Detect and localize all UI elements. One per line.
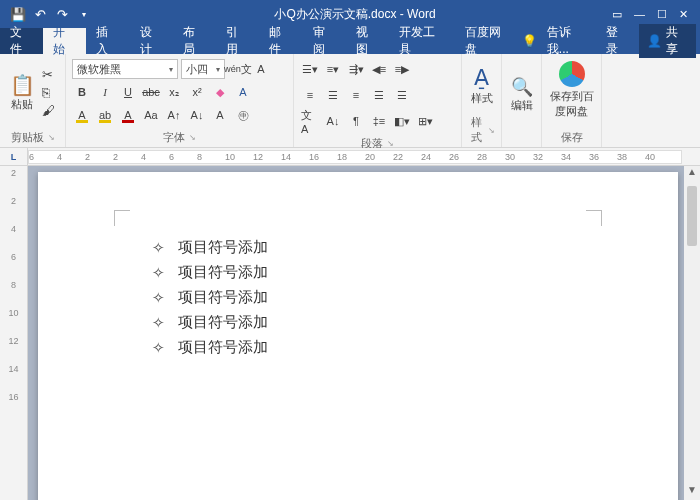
group-label-save: 保存 (561, 130, 583, 145)
bullet-list-item[interactable]: ✧项目符号添加 (138, 338, 598, 357)
bullet-icon: ✧ (138, 314, 178, 332)
tab-layout[interactable]: 布局 (173, 28, 216, 54)
minimize-icon[interactable]: — (634, 8, 645, 21)
save-baidu-button[interactable]: 保存到百度网盘 (548, 57, 595, 128)
grow-font-button[interactable]: A↑ (164, 105, 184, 125)
multilevel-button[interactable]: ⇶▾ (346, 59, 366, 79)
document-page[interactable]: ✧项目符号添加✧项目符号添加✧项目符号添加✧项目符号添加✧项目符号添加 (38, 172, 678, 500)
char-shading-button[interactable]: A (210, 105, 230, 125)
scroll-down-icon[interactable]: ▼ (687, 484, 697, 500)
text-highlight-button[interactable]: ab (95, 105, 115, 125)
group-label-editing (508, 131, 535, 147)
dialog-launcher-icon[interactable]: ↘ (189, 133, 196, 142)
bullet-list-item[interactable]: ✧项目符号添加 (138, 313, 598, 332)
tab-developer[interactable]: 开发工具 (389, 28, 455, 54)
tell-me-icon: 💡 (522, 34, 537, 48)
tab-mailings[interactable]: 邮件 (259, 28, 302, 54)
editing-button[interactable]: 🔍 编辑 (508, 57, 535, 131)
bullet-list-item[interactable]: ✧项目符号添加 (138, 238, 598, 257)
italic-button[interactable]: I (95, 82, 115, 102)
bullet-icon: ✧ (138, 264, 178, 282)
group-paragraph: ☰▾ ≡▾ ⇶▾ ◀≡ ≡▶ ≡ ☰ ≡ ☰ ☰ 文A A↓ ¶ ‡≡ ◧▾ ⊞… (294, 54, 462, 147)
format-painter-icon[interactable]: 🖌 (42, 103, 55, 118)
undo-icon[interactable]: ↶ (32, 6, 48, 22)
scroll-thumb[interactable] (687, 186, 697, 246)
char-border-icon[interactable]: A (251, 59, 271, 79)
group-font: 微软雅黑▾ 小四▾ wén文 A B I U abc x₂ x² ◆ A A a… (66, 54, 294, 147)
baidu-icon (559, 61, 585, 87)
vertical-ruler[interactable]: 2246810121416 (0, 166, 28, 500)
paste-button[interactable]: 📋 粘贴 (6, 57, 38, 128)
strike-button[interactable]: abc (141, 82, 161, 102)
group-save: 保存到百度网盘 保存 (542, 54, 602, 147)
decrease-indent-button[interactable]: ◀≡ (369, 59, 389, 79)
styles-button[interactable]: A̠ 样式 (468, 57, 495, 113)
ribbon-options-icon[interactable]: ▭ (612, 8, 622, 21)
ruler-ticks: 642246810121416182022242628303234363840 (28, 150, 682, 164)
page-viewport[interactable]: ✧项目符号添加✧项目符号添加✧项目符号添加✧项目符号添加✧项目符号添加 (28, 166, 684, 500)
cut-icon[interactable]: ✂ (42, 67, 55, 82)
underline-button[interactable]: U (118, 82, 138, 102)
redo-icon[interactable]: ↷ (54, 6, 70, 22)
shrink-font-button[interactable]: A↓ (187, 105, 207, 125)
sort-button[interactable]: A↓ (323, 111, 343, 131)
window-title: 小Q办公演示文稿.docx - Word (98, 6, 612, 23)
list-item-text: 项目符号添加 (178, 263, 268, 282)
borders-button[interactable]: ⊞▾ (415, 111, 435, 131)
bullet-list-item[interactable]: ✧项目符号添加 (138, 263, 598, 282)
ribbon-tabs: 文件 开始 插入 设计 布局 引用 邮件 审阅 视图 开发工具 百度网盘 💡 告… (0, 28, 700, 54)
align-left-button[interactable]: ≡ (300, 85, 320, 105)
phonetic-guide-icon[interactable]: wén文 (228, 59, 248, 79)
dialog-launcher-icon[interactable]: ↘ (48, 133, 55, 142)
margin-corner-icon (586, 210, 602, 226)
qat-dropdown-icon[interactable]: ▾ (76, 6, 92, 22)
align-right-button[interactable]: ≡ (346, 85, 366, 105)
clear-format-icon[interactable]: ◆ (210, 82, 230, 102)
horizontal-ruler[interactable]: L 64224681012141618202224262830323436384… (0, 148, 700, 166)
font-size-combo[interactable]: 小四▾ (181, 59, 225, 79)
tab-review[interactable]: 审阅 (303, 28, 346, 54)
tell-me[interactable]: 告诉我... (541, 24, 597, 58)
font-name-combo[interactable]: 微软雅黑▾ (72, 59, 178, 79)
copy-icon[interactable]: ⎘ (42, 85, 55, 100)
dialog-launcher-icon[interactable]: ↘ (488, 126, 495, 135)
show-marks-button[interactable]: ¶ (346, 111, 366, 131)
dialog-launcher-icon[interactable]: ↘ (387, 139, 394, 148)
list-item-text: 项目符号添加 (178, 313, 268, 332)
increase-indent-button[interactable]: ≡▶ (392, 59, 412, 79)
paste-icon: 📋 (10, 73, 35, 97)
line-spacing-button[interactable]: ‡≡ (369, 111, 389, 131)
enclose-char-button[interactable]: ㊥ (233, 105, 253, 125)
group-clipboard: 📋 粘贴 ✂ ⎘ 🖌 剪贴板↘ (0, 54, 66, 147)
tab-view[interactable]: 视图 (346, 28, 389, 54)
close-icon[interactable]: ✕ (679, 8, 688, 21)
bullets-button[interactable]: ☰▾ (300, 59, 320, 79)
align-center-button[interactable]: ☰ (323, 85, 343, 105)
vertical-scrollbar[interactable]: ▲ ▼ (684, 166, 700, 500)
justify-button[interactable]: ☰ (369, 85, 389, 105)
tab-baidu[interactable]: 百度网盘 (455, 28, 521, 54)
numbering-button[interactable]: ≡▾ (323, 59, 343, 79)
share-button[interactable]: 👤共享 (639, 24, 696, 58)
subscript-button[interactable]: x₂ (164, 82, 184, 102)
bold-button[interactable]: B (72, 82, 92, 102)
text-direction-button[interactable]: 文A (300, 111, 320, 131)
distribute-button[interactable]: ☰ (392, 85, 412, 105)
change-case-button[interactable]: Aa (141, 105, 161, 125)
tab-home[interactable]: 开始 (43, 28, 86, 54)
maximize-icon[interactable]: ☐ (657, 8, 667, 21)
text-effects-icon[interactable]: A (233, 82, 253, 102)
scroll-up-icon[interactable]: ▲ (687, 166, 697, 182)
bullet-list-item[interactable]: ✧项目符号添加 (138, 288, 598, 307)
tab-insert[interactable]: 插入 (86, 28, 129, 54)
tab-references[interactable]: 引用 (216, 28, 259, 54)
font-color-button[interactable]: A (118, 105, 138, 125)
shading-button[interactable]: ◧▾ (392, 111, 412, 131)
superscript-button[interactable]: x² (187, 82, 207, 102)
bullet-icon: ✧ (138, 339, 178, 357)
save-icon[interactable]: 💾 (10, 6, 26, 22)
login[interactable]: 登录 (600, 24, 635, 58)
highlight-button[interactable]: A (72, 105, 92, 125)
tab-design[interactable]: 设计 (130, 28, 173, 54)
tab-file[interactable]: 文件 (0, 28, 43, 54)
